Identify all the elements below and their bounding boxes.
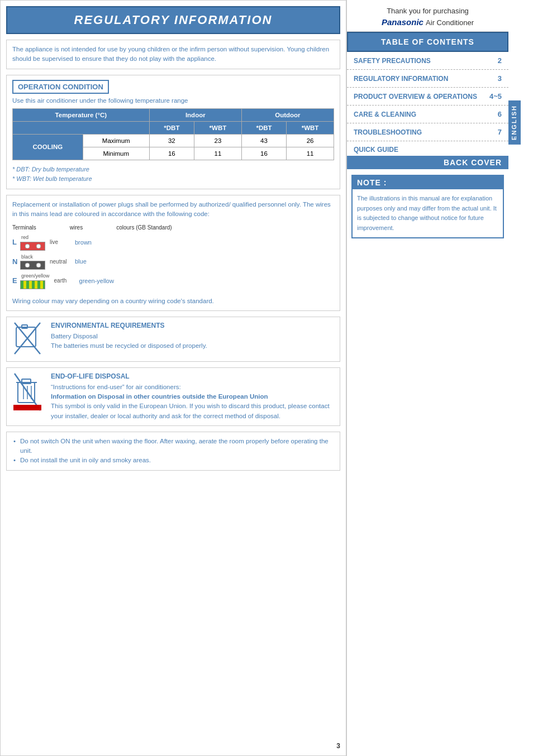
toc-care-label: CARE & CLEANING [354, 111, 416, 118]
toc-care-page: 6 [498, 110, 502, 118]
terminal-n-label: N [12, 256, 20, 267]
terminal-l-row: L red live brown [12, 234, 172, 251]
live-label: live [50, 238, 75, 246]
brand-product: Panasonic Air Conditioner [354, 17, 502, 27]
cooling-label: COOLING [13, 134, 83, 160]
min-outdoor-dbt: 16 [241, 147, 286, 160]
table-row: COOLING Maximum 32 23 43 26 [13, 134, 334, 147]
max-outdoor-dbt: 43 [241, 134, 286, 147]
disposal-section: END-OF-LIFE DISPOSAL “Instructions for e… [6, 367, 340, 426]
panasonic-brand: Panasonic [382, 17, 426, 27]
air-conditioner-text: Air Conditioner [426, 18, 474, 27]
min-outdoor-wbt: 11 [287, 147, 334, 160]
green-yellow-color: green-yellow [79, 276, 114, 286]
note-title: NOTE : [353, 176, 503, 189]
quick-guide-label: QUICK GUIDE [354, 146, 398, 154]
thank-you-text: Thank you for purchasing [354, 7, 502, 15]
temp-notes: * DBT: Dry bulb temperature * WBT: Wet b… [12, 165, 334, 184]
toc-troubleshooting-page: 7 [498, 128, 502, 136]
svg-rect-15 [13, 405, 41, 410]
neutral-label: neutral [50, 257, 75, 266]
disposal-bold: Information on Disposal in other countri… [51, 392, 333, 401]
temperature-table: Temperature (°C) Indoor Outdoor *DBT *WB… [12, 108, 334, 160]
toc-list: SAFETY PRECAUTIONS 2 REGULATORY INFORMAT… [347, 52, 508, 141]
terminals-label: Terminals [12, 223, 36, 232]
disposal-title: END-OF-LIFE DISPOSAL [51, 372, 333, 380]
toc-product-label: PRODUCT OVERVIEW & OPERATIONS [354, 93, 477, 101]
max-outdoor-wbt: 26 [287, 134, 334, 147]
env-title: ENVIRONMENTAL REQUIREMENTS [51, 322, 207, 329]
note-box: NOTE : The illustrations in this manual … [351, 175, 504, 238]
toc-safety-label: SAFETY PRECAUTIONS [354, 57, 431, 65]
page-number: 3 [336, 742, 340, 750]
env-content: ENVIRONMENTAL REQUIREMENTS Battery Dispo… [51, 322, 207, 351]
operation-condition-title: OPERATION CONDITION [12, 80, 109, 94]
wbt-note: * WBT: Wet bulb temperature [12, 174, 334, 184]
env-sub1: Battery Disposal [51, 332, 207, 341]
indoor-dbt-header: *DBT [149, 121, 194, 134]
disposal-text2: This symbol is only valid in the Europea… [51, 401, 333, 421]
terminal-e-row: E green/yellow earth green-yellow [12, 272, 172, 289]
min-indoor-wbt: 11 [194, 147, 242, 160]
right-top: Thank you for purchasing Panasonic Air C… [347, 0, 508, 32]
terminal-e-color: green/yellow [21, 272, 50, 280]
intro-text: The appliance is not intended for use by… [6, 40, 340, 69]
english-tab: ENGLISH [508, 101, 521, 145]
operation-condition-section: OPERATION CONDITION Use this air conditi… [6, 75, 340, 189]
toc-product-page: 4~5 [489, 92, 502, 101]
svg-point-2 [25, 263, 30, 267]
wires-label: wires [70, 223, 83, 232]
toc-regulatory-page: 3 [498, 74, 502, 83]
bullet-text-1: Do not switch ON the unit when waxing th… [20, 437, 333, 456]
toc-back-cover[interactable]: BACK COVER [347, 156, 508, 169]
bullet-section: • Do not switch ON the unit when waxing … [6, 432, 340, 471]
wiring-text: Replacement or installation of power plu… [12, 200, 334, 219]
toc-regulatory[interactable]: REGULATORY INFORMATION 3 [347, 70, 508, 88]
bullet-item-1: • Do not switch ON the unit when waxing … [13, 437, 333, 456]
indoor-header: Indoor [149, 108, 241, 121]
svg-point-3 [36, 263, 41, 267]
terminal-e-label: E [12, 275, 20, 286]
bullet-item-2: • Do not install the unit in oily and sm… [13, 456, 333, 465]
outdoor-wbt-header: *WBT [287, 121, 334, 134]
note-text: The illustrations in this manual are for… [357, 194, 498, 233]
disposal-icon [13, 372, 44, 413]
outdoor-dbt-header: *DBT [241, 121, 286, 134]
earth-label: earth [54, 276, 79, 285]
terminal-n-row: N black neutral blue [12, 253, 172, 270]
brand-name: Panasonic [382, 17, 423, 27]
toc-regulatory-label: REGULATORY INFORMATION [354, 75, 448, 83]
wiring-note: Wiring colour may vary depending on a co… [12, 296, 334, 306]
indoor-wbt-header: *WBT [194, 121, 242, 134]
page-title: REGULATORY INFORMATION [6, 6, 340, 34]
env-icon [13, 322, 44, 357]
colours-label: colours (GB Standard) [116, 223, 172, 232]
toc-care[interactable]: CARE & CLEANING 6 [347, 106, 508, 123]
bullet-text-2: Do not install the unit in oily and smok… [20, 456, 151, 465]
terminal-l-color: red [21, 234, 28, 242]
terminal-n-color: black [21, 253, 33, 261]
temp-header: Temperature (°C) [13, 108, 150, 121]
outdoor-header: Outdoor [241, 108, 334, 121]
disposal-content: END-OF-LIFE DISPOSAL “Instructions for e… [51, 372, 333, 421]
dbt-note: * DBT: Dry bulb temperature [12, 165, 334, 175]
disposal-text1: “Instructions for end-user” for air cond… [51, 382, 333, 392]
min-indoor-dbt: 16 [149, 147, 194, 160]
toc-title: TABLE OF CONTENTS [347, 32, 508, 52]
brown-color: brown [75, 238, 92, 247]
wiring-diagram: Terminals wires colours (GB Standard) L … [12, 223, 334, 292]
right-panel: Thank you for purchasing Panasonic Air C… [346, 0, 508, 756]
minimum-label: Minimum [83, 147, 149, 160]
max-indoor-wbt: 23 [194, 134, 242, 147]
toc-troubleshooting[interactable]: TROUBLESHOOTING 7 [347, 123, 508, 141]
max-indoor-dbt: 32 [149, 134, 194, 147]
environmental-section: ENVIRONMENTAL REQUIREMENTS Battery Dispo… [6, 317, 340, 362]
temp-empty [13, 121, 150, 134]
toc-safety[interactable]: SAFETY PRECAUTIONS 2 [347, 52, 508, 70]
env-text1: The batteries must be recycled or dispos… [51, 341, 207, 351]
toc-product[interactable]: PRODUCT OVERVIEW & OPERATIONS 4~5 [347, 88, 508, 106]
blue-color: blue [75, 257, 87, 266]
bullet-dot-2: • [13, 456, 16, 465]
toc-quick-guide-row[interactable]: QUICK GUIDE [347, 141, 508, 156]
maximum-label: Maximum [83, 134, 149, 147]
